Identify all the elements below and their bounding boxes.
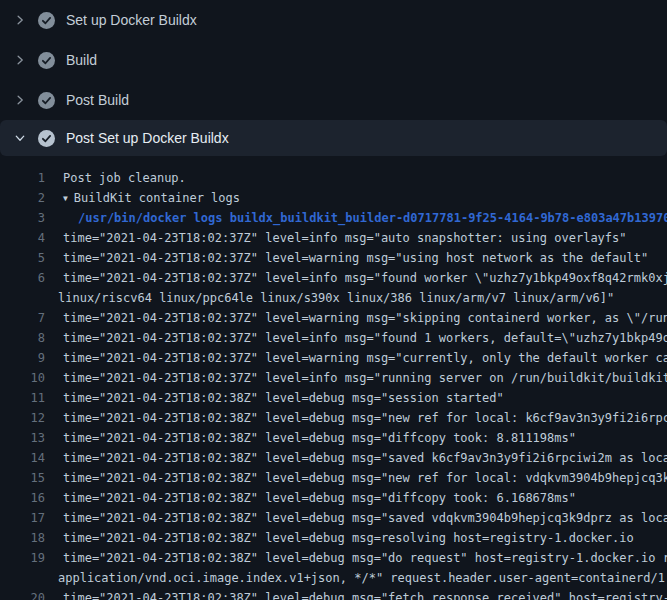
step-row-2[interactable]: Post Build <box>0 80 667 120</box>
log-line-number <box>0 568 45 588</box>
log-line: 18 time="2021-04-23T18:02:38Z" level=deb… <box>0 528 667 548</box>
log-line-number[interactable]: 6 <box>0 268 45 288</box>
log-line-text: time="2021-04-23T18:02:38Z" level=debug … <box>63 428 576 448</box>
log-line-text: time="2021-04-23T18:02:38Z" level=debug … <box>63 448 667 468</box>
log-line: 15 time="2021-04-23T18:02:38Z" level=deb… <box>0 468 667 488</box>
log-line-text: time="2021-04-23T18:02:38Z" level=debug … <box>63 508 667 528</box>
log-line: 16 time="2021-04-23T18:02:38Z" level=deb… <box>0 488 667 508</box>
log-line-number[interactable]: 17 <box>0 508 45 528</box>
log-group-toggle[interactable]: ▼BuildKit container logs <box>63 188 240 208</box>
log-line-number[interactable]: 7 <box>0 308 45 328</box>
log-line-text: time="2021-04-23T18:02:37Z" level=warnin… <box>63 248 648 268</box>
step-row-0[interactable]: Set up Docker Buildx <box>0 0 667 40</box>
step-row-3[interactable]: Post Set up Docker Buildx <box>0 120 667 156</box>
log-line: 4 time="2021-04-23T18:02:37Z" level=info… <box>0 228 667 248</box>
actions-log-viewer: Set up Docker Buildx Build P <box>0 0 667 600</box>
log-line: 5 time="2021-04-23T18:02:37Z" level=warn… <box>0 248 667 268</box>
log-line-number[interactable]: 2 <box>0 188 45 208</box>
log-line: linux/riscv64 linux/ppc64le linux/s390x … <box>0 288 667 308</box>
log-line: 3 /usr/bin/docker logs buildx_buildkit_b… <box>0 208 667 228</box>
log-line-number <box>0 288 45 308</box>
log-line-number[interactable]: 13 <box>0 428 45 448</box>
log-line-number[interactable]: 12 <box>0 408 45 428</box>
log-line-text: time="2021-04-23T18:02:38Z" level=debug … <box>63 588 667 600</box>
steps-list: Set up Docker Buildx Build P <box>0 0 667 156</box>
log-line-number[interactable]: 14 <box>0 448 45 468</box>
log-line-text: time="2021-04-23T18:02:37Z" level=info m… <box>63 368 667 388</box>
log-line-number[interactable]: 16 <box>0 488 45 508</box>
log-line-number[interactable]: 8 <box>0 328 45 348</box>
log-line: 17 time="2021-04-23T18:02:38Z" level=deb… <box>0 508 667 528</box>
log-line-number[interactable]: 20 <box>0 588 45 600</box>
log-line-text: application/vnd.oci.image.index.v1+json,… <box>58 568 667 588</box>
log-line-number[interactable]: 11 <box>0 388 45 408</box>
step-row-1[interactable]: Build <box>0 40 667 80</box>
log-line-text: time="2021-04-23T18:02:37Z" level=info m… <box>63 228 627 248</box>
log-line-text: time="2021-04-23T18:02:37Z" level=warnin… <box>63 348 667 368</box>
log-line-text: /usr/bin/docker logs buildx_buildkit_bui… <box>78 208 667 228</box>
log-line: 20 time="2021-04-23T18:02:38Z" level=deb… <box>0 588 667 600</box>
log-line-number[interactable]: 4 <box>0 228 45 248</box>
log-line: 14 time="2021-04-23T18:02:38Z" level=deb… <box>0 448 667 468</box>
log-line: 9 time="2021-04-23T18:02:37Z" level=warn… <box>0 348 667 368</box>
log-line: application/vnd.oci.image.index.v1+json,… <box>0 568 667 588</box>
log-line-number[interactable]: 19 <box>0 548 45 568</box>
log-line-text: time="2021-04-23T18:02:37Z" level=info m… <box>63 328 667 348</box>
group-collapse-icon[interactable]: ▼ <box>63 189 68 209</box>
chevron-right-icon[interactable] <box>12 52 28 68</box>
log-line: 2 ▼BuildKit container logs <box>0 188 667 208</box>
log-line-text: time="2021-04-23T18:02:38Z" level=debug … <box>63 388 504 408</box>
chevron-right-icon[interactable] <box>12 92 28 108</box>
log-line-text: time="2021-04-23T18:02:38Z" level=debug … <box>63 548 667 568</box>
log-area: 1 Post job cleanup. 2 ▼BuildKit containe… <box>0 156 667 600</box>
log-line-number[interactable]: 10 <box>0 368 45 388</box>
check-circle-icon <box>38 52 55 69</box>
step-label: Post Build <box>66 92 129 108</box>
log-line-number[interactable]: 15 <box>0 468 45 488</box>
log-line-text: linux/riscv64 linux/ppc64le linux/s390x … <box>58 288 614 308</box>
log-line-number[interactable]: 3 <box>0 208 45 228</box>
log-line-text: time="2021-04-23T18:02:38Z" level=debug … <box>63 488 576 508</box>
log-line: 19 time="2021-04-23T18:02:38Z" level=deb… <box>0 548 667 568</box>
log-line: 10 time="2021-04-23T18:02:37Z" level=inf… <box>0 368 667 388</box>
check-circle-icon <box>38 92 55 109</box>
log-line-text: time="2021-04-23T18:02:37Z" level=warnin… <box>63 308 667 328</box>
chevron-down-icon[interactable] <box>12 130 28 146</box>
step-label: Post Set up Docker Buildx <box>66 130 229 146</box>
log-line: 6 time="2021-04-23T18:02:37Z" level=info… <box>0 268 667 288</box>
check-circle-icon <box>38 12 55 29</box>
log-line-number[interactable]: 5 <box>0 248 45 268</box>
log-line-text: time="2021-04-23T18:02:37Z" level=info m… <box>63 268 667 288</box>
log-line: 8 time="2021-04-23T18:02:37Z" level=info… <box>0 328 667 348</box>
log-line: 13 time="2021-04-23T18:02:38Z" level=deb… <box>0 428 667 448</box>
log-line-number[interactable]: 18 <box>0 528 45 548</box>
log-line-number[interactable]: 1 <box>0 168 45 188</box>
log-line-number[interactable]: 9 <box>0 348 45 368</box>
chevron-right-icon[interactable] <box>12 12 28 28</box>
log-line-text: Post job cleanup. <box>63 168 186 188</box>
log-line-text: time="2021-04-23T18:02:38Z" level=debug … <box>63 468 667 488</box>
log-line: 1 Post job cleanup. <box>0 168 667 188</box>
log-line: 12 time="2021-04-23T18:02:38Z" level=deb… <box>0 408 667 428</box>
step-label: Set up Docker Buildx <box>66 12 197 28</box>
log-line-text: time="2021-04-23T18:02:38Z" level=debug … <box>63 408 667 428</box>
check-circle-icon <box>38 130 55 147</box>
step-label: Build <box>66 52 97 68</box>
log-line-text: time="2021-04-23T18:02:38Z" level=debug … <box>63 528 634 548</box>
log-line: 7 time="2021-04-23T18:02:37Z" level=warn… <box>0 308 667 328</box>
log-line: 11 time="2021-04-23T18:02:38Z" level=deb… <box>0 388 667 408</box>
